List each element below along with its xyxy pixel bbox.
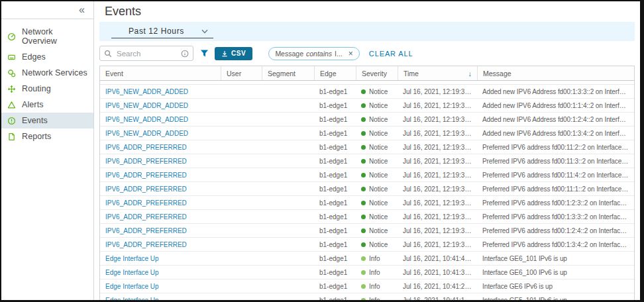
sidebar-item-reports[interactable]: Reports xyxy=(1,128,93,144)
message-cell: Added new IPV6 Address fd00:1:2:4::2 on … xyxy=(477,113,634,126)
message-cell: Interface GE5_101 IPv6 is up xyxy=(477,293,634,300)
csv-export-button[interactable]: CSV xyxy=(215,47,252,60)
severity-dot-icon xyxy=(361,89,366,94)
event-link[interactable]: Edge Interface Up xyxy=(105,297,159,300)
segment-cell xyxy=(262,279,314,293)
clear-all-link[interactable]: CLEAR ALL xyxy=(369,50,413,58)
severity-label: Info xyxy=(369,283,380,290)
table-row: IPV6_NEW_ADDR_ADDED b1-edge1 Notice Jul … xyxy=(100,85,634,99)
message-cell: Preferred IPV6 address fd00:11:4::2 on I… xyxy=(477,168,634,181)
time-cell: Jul 16, 2021, 12:19:34 PM xyxy=(398,210,477,223)
time-range-select[interactable]: Past 12 Hours xyxy=(111,25,213,38)
event-link[interactable]: IPV6_ADDR_PREFERRED xyxy=(105,144,187,151)
severity-cell: Info xyxy=(356,293,398,300)
event-link[interactable]: Edge Interface Up xyxy=(105,269,159,276)
severity-cell: Notice xyxy=(356,140,398,154)
message-cell: Interface GE6 IPv6 is up xyxy=(477,279,634,293)
column-header-time-label: Time xyxy=(403,70,419,77)
time-cell: Jul 16, 2021, 12:19:34 PM xyxy=(398,113,477,126)
message-cell: Preferred IPV6 address fd00:11:1::2 on I… xyxy=(477,182,634,195)
time-cell: Jul 16, 2021, 12:19:34 PM xyxy=(398,196,477,209)
severity-dot-icon xyxy=(361,242,366,247)
sidebar-item-label: Network Services xyxy=(22,68,87,77)
sort-desc-icon[interactable]: ↓ xyxy=(468,70,472,77)
event-link[interactable]: IPV6_NEW_ADDR_ADDED xyxy=(105,116,188,123)
segment-cell xyxy=(262,224,314,237)
message-cell: Preferred IPV6 address fd00:1:3:4::2 on … xyxy=(477,238,634,251)
column-header-user[interactable]: User xyxy=(221,66,262,80)
event-link[interactable]: Edge Interface Up xyxy=(105,283,159,290)
filter-chip-value: I... xyxy=(335,50,343,58)
sidebar-item-routing[interactable]: Routing xyxy=(1,81,93,97)
time-cell: Jul 16, 2021, 10:41:25 AM xyxy=(398,279,477,293)
severity-cell: Notice xyxy=(356,182,398,195)
info-icon[interactable] xyxy=(181,50,189,58)
toolbar: CSV Message contains I... × CLEAR ALL xyxy=(99,46,635,61)
event-link[interactable]: IPV6_NEW_ADDR_ADDED xyxy=(105,130,188,137)
sidebar-item-network-services[interactable]: Network Services xyxy=(1,65,93,81)
time-cell: Jul 16, 2021, 10:41:45 AM xyxy=(398,252,477,265)
user-cell xyxy=(221,168,262,181)
event-link[interactable]: IPV6_ADDR_PREFERRED xyxy=(105,185,187,193)
table-header: Event User Segment Edge Severity Time ↓ … xyxy=(100,66,634,81)
table-row: IPV6_ADDR_PREFERRED b1-edge1 Notice Jul … xyxy=(100,182,634,196)
segment-cell xyxy=(262,210,314,223)
user-cell xyxy=(221,238,262,251)
segment-cell xyxy=(262,126,314,140)
severity-cell: Notice xyxy=(356,113,398,126)
message-cell: Preferred IPV6 address fd00:1:2:3::2 on … xyxy=(477,196,634,209)
filter-funnel-icon[interactable] xyxy=(200,49,209,58)
time-cell: Jul 16, 2021, 12:19:34 PM xyxy=(398,182,477,195)
severity-cell: Notice xyxy=(356,126,398,140)
time-cell: Jul 16, 2021, 12:19:34 PM xyxy=(398,140,477,154)
reports-icon xyxy=(7,132,16,141)
column-header-severity[interactable]: Severity xyxy=(356,66,398,80)
segment-cell xyxy=(262,252,314,265)
event-link[interactable]: IPV6_ADDR_PREFERRED xyxy=(105,172,187,179)
severity-cell: Info xyxy=(356,252,398,265)
sidebar-item-edges[interactable]: Edges xyxy=(1,49,93,65)
message-cell: Preferred IPV6 address fd00:11:2::2 on I… xyxy=(477,140,634,154)
edge-cell: b1-edge1 xyxy=(314,224,356,237)
event-link[interactable]: IPV6_NEW_ADDR_ADDED xyxy=(105,88,188,95)
severity-dot-icon xyxy=(361,131,366,136)
event-link[interactable]: IPV6_ADDR_PREFERRED xyxy=(105,158,187,165)
message-cell: Interface GE6_101 IPv6 is up xyxy=(477,252,634,265)
severity-label: Info xyxy=(369,297,380,300)
event-link[interactable]: IPV6_NEW_ADDR_ADDED xyxy=(105,102,188,109)
segment-cell xyxy=(262,293,314,300)
column-header-edge[interactable]: Edge xyxy=(314,66,356,80)
message-cell: Preferred IPV6 address fd00:11:3::2 on I… xyxy=(477,154,634,168)
event-link[interactable]: IPV6_ADDR_PREFERRED xyxy=(105,227,187,234)
sidebar-item-alerts[interactable]: Alerts xyxy=(1,97,93,113)
time-cell: Jul 16, 2021, 12:19:34 PM xyxy=(398,126,477,140)
event-link[interactable]: IPV6_ADDR_PREFERRED xyxy=(105,199,187,207)
event-link[interactable]: IPV6_ADDR_PREFERRED xyxy=(105,241,187,248)
sidebar-nav: Network Overview Edges Network Services … xyxy=(1,19,93,144)
table-row: Edge Interface Up b1-edge1 Info Jul 16, … xyxy=(100,266,634,279)
severity-cell: Info xyxy=(356,266,398,279)
table-row: Edge Interface Up b1-edge1 Info Jul 16, … xyxy=(100,279,634,293)
severity-label: Notice xyxy=(369,213,388,221)
sidebar-item-events[interactable]: Events xyxy=(1,113,93,128)
search-input[interactable] xyxy=(115,49,178,58)
event-link[interactable]: Edge Interface Up xyxy=(105,255,159,262)
sidebar-item-network-overview[interactable]: Network Overview xyxy=(1,24,93,49)
filter-chip[interactable]: Message contains I... × xyxy=(268,47,359,60)
message-cell: Added new IPV6 Address fd00:1:3:3::2 on … xyxy=(477,85,634,98)
column-header-event[interactable]: Event xyxy=(100,66,221,80)
filter-chip-close-icon[interactable]: × xyxy=(349,50,353,58)
column-header-segment[interactable]: Segment xyxy=(262,66,314,80)
segment-cell xyxy=(262,182,314,195)
column-header-message[interactable]: Message xyxy=(477,66,634,80)
user-cell xyxy=(221,126,262,140)
severity-cell: Notice xyxy=(356,85,398,98)
filter-chip-field: Message xyxy=(275,50,303,58)
event-link[interactable]: IPV6_ADDR_PREFERRED xyxy=(105,213,187,221)
user-cell xyxy=(221,279,262,293)
user-cell xyxy=(221,99,262,112)
severity-label: Notice xyxy=(369,227,388,234)
sidebar-collapse-icon[interactable]: « xyxy=(79,5,85,15)
severity-label: Notice xyxy=(369,241,388,248)
column-header-time[interactable]: Time ↓ xyxy=(398,66,477,80)
